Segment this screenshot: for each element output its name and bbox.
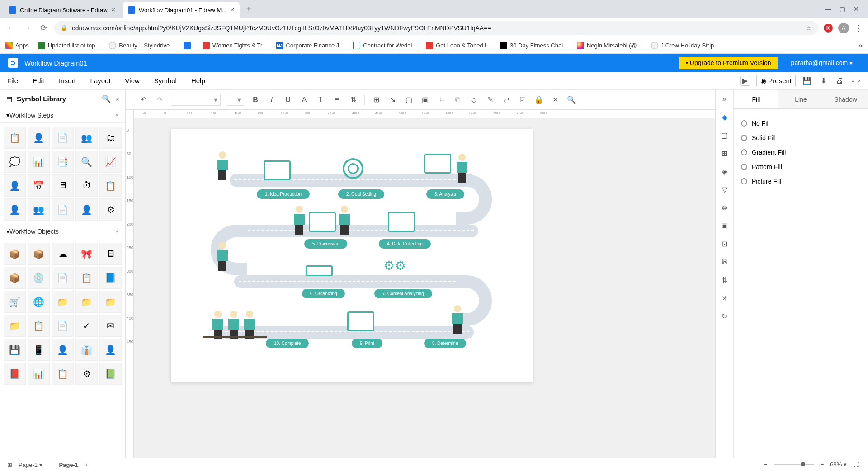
print-icon[interactable]: 🖨 bbox=[835, 76, 844, 86]
layers-tool-icon[interactable]: ◈ bbox=[719, 166, 730, 177]
symbol-item[interactable]: 📄 bbox=[52, 127, 74, 149]
symbol-item[interactable]: 📑 bbox=[52, 151, 74, 173]
extension-icon[interactable]: K bbox=[824, 24, 833, 33]
menu-insert[interactable]: Insert bbox=[59, 77, 76, 85]
printer-icon[interactable] bbox=[347, 311, 374, 331]
symbol-item[interactable]: 🛒 bbox=[4, 291, 26, 313]
router-icon[interactable] bbox=[306, 265, 333, 276]
menu-help[interactable]: Help bbox=[191, 77, 205, 85]
fill-option-picture[interactable]: Picture Fill bbox=[741, 174, 861, 188]
address-bar[interactable]: 🔒 edrawmax.com/online/app.html?y0/KUjV2K… bbox=[54, 21, 818, 35]
arrange-tool-icon[interactable]: ⇅ bbox=[719, 274, 730, 285]
symbol-item[interactable]: 💿 bbox=[28, 267, 50, 289]
step-label[interactable]: 1. Idea Production bbox=[257, 189, 310, 199]
text-case-button[interactable]: T bbox=[316, 96, 326, 104]
fullscreen-icon[interactable]: ⛶ bbox=[853, 461, 859, 468]
symbol-item[interactable]: 📋 bbox=[4, 127, 26, 149]
redo-button[interactable]: ↷ bbox=[155, 95, 165, 104]
edit-tool-icon[interactable]: ▢ bbox=[719, 130, 730, 141]
reload-button[interactable]: ⟳ bbox=[38, 23, 49, 33]
symbol-item[interactable]: 🌐 bbox=[28, 291, 50, 313]
expand-panel-icon[interactable]: » bbox=[719, 94, 730, 104]
symbol-item[interactable]: 📁 bbox=[75, 291, 98, 313]
align-objects-button[interactable]: ⊫ bbox=[436, 95, 446, 104]
symbol-item[interactable]: 📄 bbox=[52, 267, 74, 289]
database-tool-icon[interactable]: ⊜ bbox=[719, 202, 730, 213]
symbol-item[interactable]: 📋 bbox=[75, 267, 98, 289]
symbol-item[interactable]: 📱 bbox=[28, 339, 50, 361]
fill-option-pattern[interactable]: Pattern Fill bbox=[741, 160, 861, 174]
bookmark-item[interactable]: MJCorporate Finance J... bbox=[276, 42, 344, 49]
symbol-item[interactable]: 📦 bbox=[4, 267, 26, 289]
bookmark-item[interactable]: Women Tights & Tr... bbox=[203, 42, 267, 49]
profile-avatar[interactable]: A bbox=[838, 23, 849, 33]
zoom-out-button[interactable]: − bbox=[764, 461, 767, 468]
image-tool-icon[interactable]: ▣ bbox=[719, 220, 730, 231]
line-style-button[interactable]: ⇄ bbox=[501, 95, 511, 104]
symbol-item[interactable]: 📋 bbox=[28, 315, 50, 337]
underline-button[interactable]: U bbox=[283, 96, 293, 104]
shape-button[interactable]: ▢ bbox=[404, 95, 414, 104]
present-button[interactable]: ◉Present bbox=[756, 75, 796, 87]
bookmark-item[interactable]: Negin Mirsalehi (@... bbox=[577, 42, 642, 49]
symbol-item[interactable]: 🔍 bbox=[75, 151, 98, 173]
grid-tool-icon[interactable]: ⊞ bbox=[719, 148, 730, 159]
download-icon[interactable]: ⬇ bbox=[818, 76, 828, 86]
library-section-header[interactable]: ▾ Workflow Steps × bbox=[0, 108, 125, 123]
canvas-scroll[interactable]: 050100150200250300350400450 bbox=[126, 118, 715, 458]
pen-button[interactable]: ✎ bbox=[485, 95, 495, 104]
bookmark-item[interactable]: Updated list of top... bbox=[38, 42, 100, 49]
menu-view[interactable]: View bbox=[125, 77, 140, 85]
image-button[interactable]: ▣ bbox=[420, 95, 430, 104]
back-button[interactable]: ← bbox=[5, 23, 16, 33]
export-tool-icon[interactable]: ⎘ bbox=[719, 256, 730, 267]
section-close-icon[interactable]: × bbox=[115, 228, 119, 235]
slideshow-icon[interactable]: ▶ bbox=[740, 76, 750, 86]
target-icon[interactable] bbox=[343, 158, 363, 179]
symbol-item[interactable]: 👤 bbox=[4, 174, 26, 197]
line-spacing-button[interactable]: ⇅ bbox=[348, 95, 358, 104]
search-button[interactable]: 🔍 bbox=[566, 95, 576, 104]
lock-button[interactable]: 🔒 bbox=[534, 95, 544, 104]
step-label[interactable]: 10. Complete bbox=[266, 339, 309, 348]
monitor-icon[interactable] bbox=[388, 212, 415, 232]
tools-button[interactable]: ✕ bbox=[550, 95, 560, 104]
zoom-slider[interactable] bbox=[774, 464, 814, 465]
tab-line[interactable]: Line bbox=[778, 90, 823, 108]
current-page-tab[interactable]: Page-1 bbox=[59, 462, 79, 468]
menu-file[interactable]: File bbox=[7, 77, 18, 85]
fill-option-none[interactable]: No Fill bbox=[741, 116, 861, 131]
forward-button[interactable]: → bbox=[22, 23, 33, 33]
bookmark-item[interactable]: 30 Day Fitness Chal... bbox=[500, 42, 568, 49]
shuffle-tool-icon[interactable]: ⤨ bbox=[719, 292, 730, 303]
history-tool-icon[interactable]: ↻ bbox=[719, 311, 730, 321]
browser-tab-active[interactable]: Workflow Diagram01 - Edraw M... × bbox=[123, 2, 240, 18]
symbol-item[interactable]: 📄 bbox=[52, 315, 74, 337]
user-menu[interactable]: paratha@gmail.com ▾ bbox=[784, 59, 860, 66]
step-label[interactable]: 5. Discussion bbox=[304, 239, 347, 249]
upgrade-button[interactable]: • Upgrade to Premium Version bbox=[679, 57, 778, 69]
bookmark-item[interactable]: Contract for Weddi... bbox=[353, 42, 417, 49]
people-group-icon[interactable]: ⚙⚙ bbox=[383, 258, 406, 273]
text-tool-button[interactable]: ⊞ bbox=[371, 95, 381, 104]
symbol-item[interactable]: ☁ bbox=[52, 243, 74, 265]
page-layout-icon[interactable]: ⊞ bbox=[7, 462, 12, 468]
symbol-item[interactable]: 👔 bbox=[75, 339, 98, 361]
sitemap-tool-icon[interactable]: ⊡ bbox=[719, 238, 730, 249]
symbol-item[interactable]: 📅 bbox=[28, 174, 50, 197]
apps-button[interactable]: Apps bbox=[5, 42, 29, 49]
font-size-select[interactable]: ▾ bbox=[227, 94, 244, 106]
canvas-page[interactable]: ⚙⚙ 1. Idea Production 2. Goal Setting 3.… bbox=[171, 129, 533, 382]
symbol-item[interactable]: 📦 bbox=[28, 243, 50, 265]
symbol-item[interactable]: 📕 bbox=[4, 363, 26, 385]
font-color-button[interactable]: A bbox=[299, 96, 309, 104]
fill-tool-icon[interactable]: ◆ bbox=[719, 112, 730, 122]
chart-icon[interactable] bbox=[424, 154, 451, 174]
close-window-icon[interactable]: ✕ bbox=[854, 5, 859, 13]
menu-symbol[interactable]: Symbol bbox=[154, 77, 177, 85]
comment-tool-icon[interactable]: ▽ bbox=[719, 184, 730, 195]
fill-option-solid[interactable]: Solid Fill bbox=[741, 131, 861, 145]
maximize-icon[interactable]: ▢ bbox=[840, 5, 845, 13]
symbol-item[interactable]: ⚙ bbox=[99, 198, 122, 221]
symbol-item[interactable]: 📗 bbox=[99, 363, 122, 385]
